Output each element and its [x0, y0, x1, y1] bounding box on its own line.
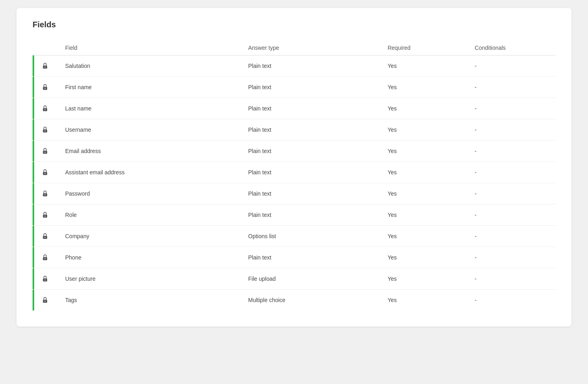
lock-icon-wrapper [33, 105, 53, 112]
svg-point-3 [45, 88, 45, 89]
svg-point-19 [45, 258, 45, 259]
lock-icon-wrapper [33, 296, 53, 304]
field-name: Role [59, 204, 242, 226]
table-row: Assistant email addressPlain textYes- [33, 162, 555, 183]
answer-type: Plain text [242, 98, 381, 119]
answer-type: Plain text [242, 77, 381, 98]
lock-cell [33, 183, 59, 204]
lock-cell [33, 55, 59, 77]
conditionals-value: - [468, 247, 555, 268]
conditionals-value: - [468, 268, 555, 290]
lock-icon-wrapper [33, 190, 53, 197]
required-value: Yes [381, 77, 469, 98]
conditionals-value: - [468, 226, 555, 247]
fields-container: Fields Field Answer type Required Condit… [16, 8, 572, 327]
lock-icon [41, 275, 49, 282]
required-value: Yes [381, 55, 469, 77]
svg-point-9 [45, 152, 45, 153]
required-value: Yes [381, 183, 469, 204]
lock-icon [41, 84, 49, 91]
col-header-answer-type: Answer type [242, 41, 381, 55]
conditionals-value: - [468, 162, 555, 183]
table-row: User pictureFile uploadYes- [33, 268, 555, 290]
field-name: Email address [59, 141, 242, 162]
field-name: Assistant email address [59, 162, 242, 183]
svg-point-13 [45, 194, 45, 195]
answer-type: Plain text [242, 141, 381, 162]
lock-icon [41, 126, 49, 133]
required-value: Yes [381, 226, 469, 247]
lock-icon-wrapper [33, 233, 53, 240]
conditionals-value: - [468, 290, 555, 311]
field-name: Phone [59, 247, 242, 268]
answer-type: Plain text [242, 204, 381, 226]
lock-icon [41, 62, 49, 69]
required-value: Yes [381, 290, 469, 311]
required-value: Yes [381, 119, 469, 141]
table-row: RolePlain textYes- [33, 204, 555, 226]
required-value: Yes [381, 268, 469, 290]
answer-type: Plain text [242, 119, 381, 141]
svg-point-17 [45, 237, 45, 238]
page-title: Fields [33, 20, 555, 29]
table-row: CompanyOptions listYes- [33, 226, 555, 247]
table-row: First namePlain textYes- [33, 77, 555, 98]
lock-cell [33, 226, 59, 247]
lock-cell [33, 141, 59, 162]
col-header-lock [33, 41, 59, 55]
required-value: Yes [381, 141, 469, 162]
lock-icon-wrapper [33, 84, 53, 91]
field-name: Password [59, 183, 242, 204]
lock-icon [41, 169, 49, 176]
lock-cell [33, 290, 59, 311]
lock-icon [41, 105, 49, 112]
conditionals-value: - [468, 119, 555, 141]
lock-icon-wrapper [33, 147, 53, 155]
answer-type: Plain text [242, 55, 381, 77]
lock-cell [33, 204, 59, 226]
lock-cell [33, 98, 59, 119]
lock-icon [41, 211, 49, 219]
svg-point-7 [45, 131, 45, 131]
svg-point-21 [45, 280, 45, 280]
field-name: Last name [59, 98, 242, 119]
field-name: First name [59, 77, 242, 98]
table-row: PasswordPlain textYes- [33, 183, 555, 204]
fields-table: Field Answer type Required Conditionals … [33, 41, 555, 310]
answer-type: Options list [242, 226, 381, 247]
svg-point-11 [45, 173, 45, 174]
table-row: SalutationPlain textYes- [33, 55, 555, 77]
required-value: Yes [381, 247, 469, 268]
table-header-row: Field Answer type Required Conditionals [33, 41, 555, 55]
table-row: Last namePlain textYes- [33, 98, 555, 119]
lock-icon [41, 233, 49, 240]
table-row: TagsMultiple choiceYes- [33, 290, 555, 311]
table-row: PhonePlain textYes- [33, 247, 555, 268]
lock-icon-wrapper [33, 62, 53, 69]
answer-type: Plain text [242, 247, 381, 268]
lock-cell [33, 77, 59, 98]
table-row: UsernamePlain textYes- [33, 119, 555, 141]
conditionals-value: - [468, 98, 555, 119]
lock-icon-wrapper [33, 275, 53, 282]
field-name: Username [59, 119, 242, 141]
lock-cell [33, 119, 59, 141]
lock-icon-wrapper [33, 126, 53, 133]
field-name: Tags [59, 290, 242, 311]
lock-cell [33, 162, 59, 183]
svg-point-15 [45, 216, 45, 217]
lock-icon [41, 254, 49, 261]
lock-icon-wrapper [33, 169, 53, 176]
lock-cell [33, 247, 59, 268]
answer-type: Plain text [242, 162, 381, 183]
lock-icon-wrapper [33, 254, 53, 261]
conditionals-value: - [468, 204, 555, 226]
field-name: Salutation [59, 55, 242, 77]
lock-icon [41, 296, 49, 304]
conditionals-value: - [468, 183, 555, 204]
conditionals-value: - [468, 141, 555, 162]
field-name: User picture [59, 268, 242, 290]
svg-point-5 [45, 109, 45, 110]
field-name: Company [59, 226, 242, 247]
table-row: Email addressPlain textYes- [33, 141, 555, 162]
